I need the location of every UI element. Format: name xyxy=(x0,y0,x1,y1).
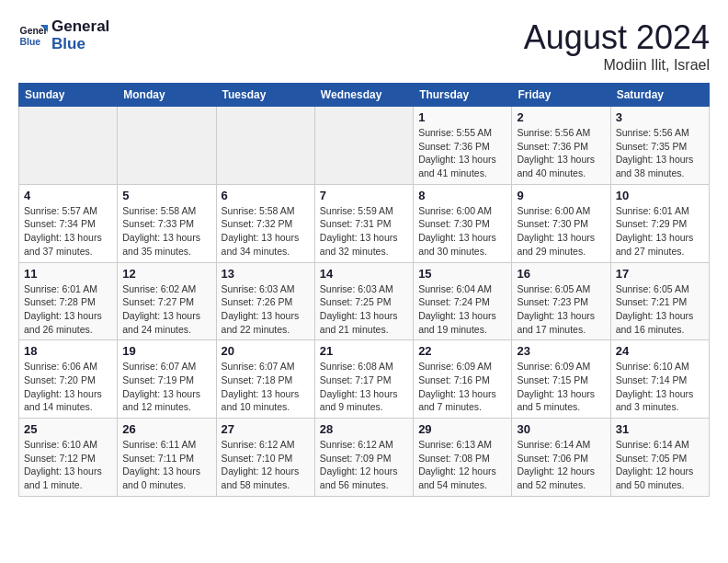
day-number: 31 xyxy=(616,422,704,436)
calendar-cell: 16Sunrise: 6:05 AMSunset: 7:23 PMDayligh… xyxy=(512,262,610,340)
calendar: SundayMondayTuesdayWednesdayThursdayFrid… xyxy=(18,83,710,497)
day-number: 24 xyxy=(616,344,704,358)
day-info: Sunrise: 6:13 AMSunset: 7:08 PMDaylight:… xyxy=(418,438,506,492)
week-row: 1Sunrise: 5:55 AMSunset: 7:36 PMDaylight… xyxy=(19,107,710,185)
calendar-cell xyxy=(216,107,314,185)
day-info: Sunrise: 6:06 AMSunset: 7:20 PMDaylight:… xyxy=(24,360,112,414)
day-info: Sunrise: 6:10 AMSunset: 7:12 PMDaylight:… xyxy=(24,438,112,492)
weekday-header: Saturday xyxy=(610,84,709,107)
svg-text:Blue: Blue xyxy=(20,36,41,46)
calendar-cell: 21Sunrise: 6:08 AMSunset: 7:17 PMDayligh… xyxy=(314,340,413,419)
calendar-cell: 6Sunrise: 5:58 AMSunset: 7:32 PMDaylight… xyxy=(216,184,314,262)
week-row: 25Sunrise: 6:10 AMSunset: 7:12 PMDayligh… xyxy=(19,419,710,497)
calendar-cell: 14Sunrise: 6:03 AMSunset: 7:25 PMDayligh… xyxy=(314,262,413,340)
day-number: 27 xyxy=(222,422,310,436)
day-number: 10 xyxy=(616,189,704,202)
calendar-cell: 15Sunrise: 6:04 AMSunset: 7:24 PMDayligh… xyxy=(414,262,512,340)
calendar-cell: 22Sunrise: 6:09 AMSunset: 7:16 PMDayligh… xyxy=(414,340,512,419)
day-info: Sunrise: 5:56 AMSunset: 7:35 PMDaylight:… xyxy=(616,126,704,180)
calendar-cell: 24Sunrise: 6:10 AMSunset: 7:14 PMDayligh… xyxy=(610,340,709,419)
day-info: Sunrise: 6:07 AMSunset: 7:18 PMDaylight:… xyxy=(222,360,310,414)
day-info: Sunrise: 6:11 AMSunset: 7:11 PMDaylight:… xyxy=(122,438,210,492)
day-number: 17 xyxy=(616,267,704,281)
calendar-cell: 4Sunrise: 5:57 AMSunset: 7:34 PMDaylight… xyxy=(19,184,118,262)
day-info: Sunrise: 6:14 AMSunset: 7:06 PMDaylight:… xyxy=(517,438,605,492)
weekday-header: Tuesday xyxy=(216,84,314,107)
day-number: 3 xyxy=(616,110,704,124)
calendar-cell: 2Sunrise: 5:56 AMSunset: 7:36 PMDaylight… xyxy=(512,107,610,185)
weekday-header: Monday xyxy=(118,84,216,107)
day-number: 20 xyxy=(222,344,310,358)
weekday-header: Friday xyxy=(512,84,610,107)
day-info: Sunrise: 5:55 AMSunset: 7:36 PMDaylight:… xyxy=(418,126,506,180)
day-number: 11 xyxy=(24,267,112,281)
day-number: 2 xyxy=(517,110,605,124)
calendar-cell xyxy=(19,107,118,185)
day-info: Sunrise: 5:58 AMSunset: 7:33 PMDaylight:… xyxy=(122,204,210,259)
day-number: 6 xyxy=(222,189,310,202)
day-number: 8 xyxy=(418,189,506,202)
day-info: Sunrise: 6:01 AMSunset: 7:29 PMDaylight:… xyxy=(616,204,704,259)
calendar-cell: 18Sunrise: 6:06 AMSunset: 7:20 PMDayligh… xyxy=(19,340,118,419)
day-info: Sunrise: 6:08 AMSunset: 7:17 PMDaylight:… xyxy=(320,360,408,414)
day-number: 15 xyxy=(418,267,506,281)
day-number: 12 xyxy=(122,267,210,281)
day-number: 21 xyxy=(320,344,408,358)
week-row: 11Sunrise: 6:01 AMSunset: 7:28 PMDayligh… xyxy=(19,262,710,340)
weekday-header: Thursday xyxy=(414,84,512,107)
day-info: Sunrise: 6:00 AMSunset: 7:30 PMDaylight:… xyxy=(517,204,605,259)
day-info: Sunrise: 6:14 AMSunset: 7:05 PMDaylight:… xyxy=(616,438,704,492)
day-info: Sunrise: 6:01 AMSunset: 7:28 PMDaylight:… xyxy=(24,282,112,337)
day-info: Sunrise: 6:03 AMSunset: 7:25 PMDaylight:… xyxy=(320,282,408,337)
day-number: 9 xyxy=(517,189,605,202)
day-info: Sunrise: 6:12 AMSunset: 7:10 PMDaylight:… xyxy=(222,438,310,492)
calendar-cell xyxy=(314,107,413,185)
day-info: Sunrise: 5:57 AMSunset: 7:34 PMDaylight:… xyxy=(24,204,112,259)
calendar-cell: 27Sunrise: 6:12 AMSunset: 7:10 PMDayligh… xyxy=(216,419,314,497)
day-number: 5 xyxy=(122,189,210,202)
day-info: Sunrise: 5:56 AMSunset: 7:36 PMDaylight:… xyxy=(517,126,605,180)
day-number: 16 xyxy=(517,267,605,281)
calendar-cell: 26Sunrise: 6:11 AMSunset: 7:11 PMDayligh… xyxy=(118,419,216,497)
day-number: 14 xyxy=(320,267,408,281)
day-info: Sunrise: 6:10 AMSunset: 7:14 PMDaylight:… xyxy=(616,360,704,414)
logo-icon: General Blue xyxy=(18,21,48,51)
calendar-cell: 29Sunrise: 6:13 AMSunset: 7:08 PMDayligh… xyxy=(414,419,512,497)
logo: General Blue General Blue xyxy=(18,18,109,52)
logo-general: General xyxy=(51,18,109,36)
calendar-cell: 12Sunrise: 6:02 AMSunset: 7:27 PMDayligh… xyxy=(118,262,216,340)
day-number: 30 xyxy=(517,422,605,436)
weekday-header: Wednesday xyxy=(314,84,413,107)
week-row: 4Sunrise: 5:57 AMSunset: 7:34 PMDaylight… xyxy=(19,184,710,262)
day-info: Sunrise: 6:09 AMSunset: 7:15 PMDaylight:… xyxy=(517,360,605,414)
week-row: 18Sunrise: 6:06 AMSunset: 7:20 PMDayligh… xyxy=(19,340,710,419)
calendar-cell: 5Sunrise: 5:58 AMSunset: 7:33 PMDaylight… xyxy=(118,184,216,262)
calendar-cell: 31Sunrise: 6:14 AMSunset: 7:05 PMDayligh… xyxy=(610,419,709,497)
calendar-cell: 13Sunrise: 6:03 AMSunset: 7:26 PMDayligh… xyxy=(216,262,314,340)
day-number: 13 xyxy=(222,267,310,281)
calendar-cell: 7Sunrise: 5:59 AMSunset: 7:31 PMDaylight… xyxy=(314,184,413,262)
day-info: Sunrise: 6:04 AMSunset: 7:24 PMDaylight:… xyxy=(418,282,506,337)
day-number: 1 xyxy=(418,110,506,124)
calendar-cell: 11Sunrise: 6:01 AMSunset: 7:28 PMDayligh… xyxy=(19,262,118,340)
calendar-cell: 17Sunrise: 6:05 AMSunset: 7:21 PMDayligh… xyxy=(610,262,709,340)
title-block: August 2024 Modiin Ilit, Israel xyxy=(524,18,710,74)
day-number: 29 xyxy=(418,422,506,436)
calendar-cell: 30Sunrise: 6:14 AMSunset: 7:06 PMDayligh… xyxy=(512,419,610,497)
calendar-cell: 25Sunrise: 6:10 AMSunset: 7:12 PMDayligh… xyxy=(19,419,118,497)
weekday-header: Sunday xyxy=(19,84,118,107)
day-info: Sunrise: 6:05 AMSunset: 7:21 PMDaylight:… xyxy=(616,282,704,337)
day-number: 26 xyxy=(122,422,210,436)
location: Modiin Ilit, Israel xyxy=(524,57,710,74)
day-info: Sunrise: 5:58 AMSunset: 7:32 PMDaylight:… xyxy=(222,204,310,259)
day-number: 18 xyxy=(24,344,112,358)
calendar-cell: 1Sunrise: 5:55 AMSunset: 7:36 PMDaylight… xyxy=(414,107,512,185)
day-info: Sunrise: 6:12 AMSunset: 7:09 PMDaylight:… xyxy=(320,438,408,492)
day-info: Sunrise: 5:59 AMSunset: 7:31 PMDaylight:… xyxy=(320,204,408,259)
calendar-cell: 23Sunrise: 6:09 AMSunset: 7:15 PMDayligh… xyxy=(512,340,610,419)
calendar-cell: 3Sunrise: 5:56 AMSunset: 7:35 PMDaylight… xyxy=(610,107,709,185)
day-number: 7 xyxy=(320,189,408,202)
logo-blue: Blue xyxy=(51,36,109,53)
day-info: Sunrise: 6:02 AMSunset: 7:27 PMDaylight:… xyxy=(122,282,210,337)
day-number: 22 xyxy=(418,344,506,358)
